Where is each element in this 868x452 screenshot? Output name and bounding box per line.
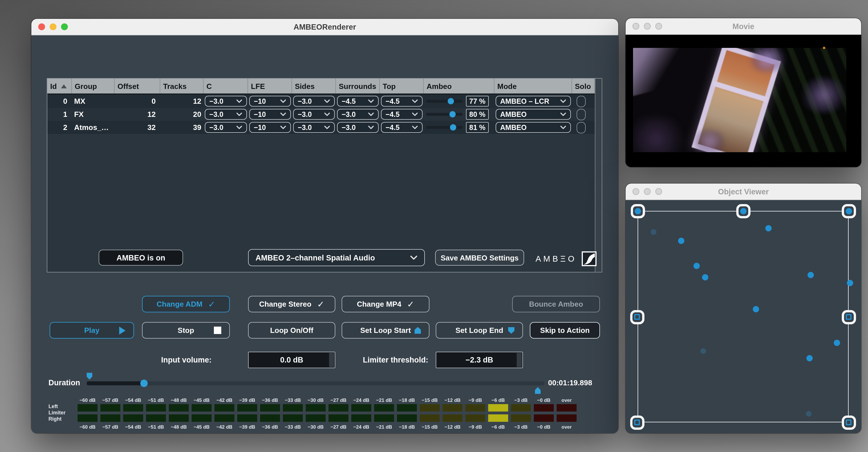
loop-end-marker[interactable] bbox=[535, 387, 540, 394]
speaker-anchor bbox=[630, 415, 644, 429]
mode-select[interactable]: AMBEO – LCR bbox=[496, 96, 571, 106]
column-header-mode[interactable]: Mode bbox=[494, 79, 572, 94]
column-header-ambeo[interactable]: Ambeo bbox=[424, 79, 494, 94]
format-select[interactable]: AMBEO 2–channel Spatial Audio bbox=[248, 249, 425, 266]
format-select-value: AMBEO 2–channel Spatial Audio bbox=[255, 253, 375, 262]
column-header-c[interactable]: C bbox=[204, 79, 248, 94]
gain-select-lfe[interactable]: −10 bbox=[249, 122, 291, 133]
set-loop-end-button[interactable]: Set Loop End bbox=[436, 322, 523, 338]
gain-value: −4.5 bbox=[385, 110, 400, 118]
ambeo-percent-field[interactable]: 80 % bbox=[466, 109, 489, 120]
gain-select-sides[interactable]: −3.0 bbox=[293, 96, 335, 106]
column-header-sides[interactable]: Sides bbox=[292, 79, 336, 94]
audio-object-dot[interactable] bbox=[807, 271, 813, 278]
gain-select-c[interactable]: −3.0 bbox=[205, 122, 247, 133]
ambeo-amount-slider[interactable] bbox=[426, 100, 463, 103]
duration-slider[interactable] bbox=[87, 381, 545, 385]
playhead-knob[interactable] bbox=[140, 379, 148, 387]
ambeo-amount-slider[interactable] bbox=[426, 113, 463, 116]
gain-select-c[interactable]: −3.0 bbox=[205, 96, 247, 106]
change-mp4-button[interactable]: Change MP4✓ bbox=[342, 296, 429, 312]
audio-object-dot[interactable] bbox=[765, 225, 771, 231]
ambeo-percent-field[interactable]: 81 % bbox=[466, 122, 489, 133]
minimize-button[interactable] bbox=[50, 23, 57, 30]
gain-select-sides[interactable]: −3.0 bbox=[293, 109, 335, 120]
ambeo-status-button[interactable]: AMBEO is on bbox=[99, 250, 183, 266]
zoom-button[interactable] bbox=[61, 23, 68, 30]
table-row[interactable]: 1FX1220−3.0−10−3.0−3.0−4.580 %AMBEO bbox=[47, 108, 602, 121]
column-header-id[interactable]: Id bbox=[47, 79, 72, 94]
audio-object-dot[interactable] bbox=[752, 306, 759, 312]
play-button[interactable]: Play bbox=[50, 322, 134, 338]
meter-scale-label: −39 dB bbox=[237, 424, 257, 430]
column-header-solo[interactable]: Solo bbox=[572, 79, 595, 94]
ambeo-percent-field[interactable]: 77 % bbox=[466, 96, 489, 106]
skip-to-action-button[interactable]: Skip to Action bbox=[530, 322, 600, 338]
meter-segment bbox=[442, 414, 463, 422]
cell-surrounds: −4.5 bbox=[336, 95, 380, 108]
gain-select-top[interactable]: −4.5 bbox=[381, 109, 423, 120]
audio-object-dot[interactable] bbox=[702, 274, 708, 280]
zoom-button[interactable] bbox=[655, 23, 662, 30]
close-button[interactable] bbox=[38, 23, 45, 30]
solo-checkbox[interactable] bbox=[577, 108, 586, 120]
audio-object-dot[interactable] bbox=[678, 237, 684, 244]
solo-checkbox[interactable] bbox=[577, 95, 586, 107]
meter-segment bbox=[397, 404, 417, 412]
gain-select-surrounds[interactable]: −3.0 bbox=[337, 109, 379, 120]
loop-start-marker[interactable] bbox=[87, 373, 92, 380]
table-row[interactable]: 2Atmos_…3239−3.0−10−3.0−3.0−4.581 %AMBEO bbox=[47, 121, 602, 134]
save-ambeo-settings-button[interactable]: Save AMBEO Settings bbox=[435, 250, 524, 266]
input-volume-field[interactable]: 0.0 dB bbox=[248, 352, 335, 368]
column-header-top[interactable]: Top bbox=[380, 79, 424, 94]
loop-start-icon bbox=[414, 327, 421, 334]
change-stereo-button[interactable]: Change Stereo✓ bbox=[248, 296, 335, 312]
viewer-titlebar[interactable]: Object Viewer bbox=[626, 184, 861, 200]
close-button[interactable] bbox=[632, 23, 639, 30]
set-loop-start-button[interactable]: Set Loop Start bbox=[342, 322, 429, 338]
meter-segment bbox=[100, 404, 120, 412]
gain-select-surrounds[interactable]: −3.0 bbox=[337, 122, 379, 133]
column-header-offset[interactable]: Offset bbox=[115, 79, 160, 94]
loop-toggle-button[interactable]: Loop On/Off bbox=[248, 322, 335, 338]
main-titlebar[interactable]: AMBEORenderer bbox=[31, 19, 618, 35]
audio-object-dot[interactable] bbox=[806, 411, 811, 417]
mode-select[interactable]: AMBEO bbox=[496, 122, 571, 133]
slider-knob[interactable] bbox=[448, 98, 454, 104]
audio-object-dot[interactable] bbox=[700, 348, 706, 354]
limiter-threshold-field[interactable]: −2.3 dB bbox=[436, 352, 523, 368]
minimize-button[interactable] bbox=[644, 188, 651, 195]
gain-select-surrounds[interactable]: −4.5 bbox=[337, 96, 379, 106]
gain-select-sides[interactable]: −3.0 bbox=[293, 122, 335, 133]
audio-object-dot[interactable] bbox=[693, 262, 700, 269]
table-row[interactable]: 0MX012−3.0−10−3.0−4.5−4.577 %AMBEO – LCR bbox=[47, 95, 602, 108]
gain-select-top[interactable]: −4.5 bbox=[381, 96, 423, 106]
zoom-button[interactable] bbox=[655, 188, 662, 195]
column-header-group[interactable]: Group bbox=[72, 79, 115, 94]
audio-object-dot[interactable] bbox=[847, 280, 853, 286]
audio-object-dot[interactable] bbox=[806, 355, 812, 361]
audio-object-dot[interactable] bbox=[651, 229, 656, 235]
slider-knob[interactable] bbox=[450, 111, 456, 118]
bounce-ambeo-button[interactable]: Bounce Ambeo bbox=[512, 296, 600, 312]
gain-select-lfe[interactable]: −10 bbox=[249, 109, 291, 120]
mode-select[interactable]: AMBEO bbox=[496, 109, 571, 120]
column-header-surrounds[interactable]: Surrounds bbox=[336, 79, 380, 94]
audio-object-dot[interactable] bbox=[834, 340, 840, 346]
change-adm-button[interactable]: Change ADM✓ bbox=[142, 296, 230, 312]
gain-select-c[interactable]: −3.0 bbox=[205, 109, 247, 120]
table-scrollbar[interactable] bbox=[595, 79, 602, 272]
solo-checkbox[interactable] bbox=[577, 122, 586, 133]
ambeo-amount-slider[interactable] bbox=[426, 126, 463, 129]
slider-knob[interactable] bbox=[450, 124, 456, 131]
column-header-lfe[interactable]: LFE bbox=[248, 79, 292, 94]
column-header-tracks[interactable]: Tracks bbox=[160, 79, 204, 94]
movie-titlebar[interactable]: Movie bbox=[626, 18, 861, 35]
speaker-anchor bbox=[736, 204, 750, 218]
meter-segment bbox=[214, 404, 235, 412]
minimize-button[interactable] bbox=[644, 23, 651, 30]
stop-button[interactable]: Stop bbox=[142, 322, 230, 338]
gain-select-lfe[interactable]: −10 bbox=[249, 96, 291, 106]
gain-select-top[interactable]: −4.5 bbox=[381, 122, 423, 133]
close-button[interactable] bbox=[632, 188, 639, 195]
